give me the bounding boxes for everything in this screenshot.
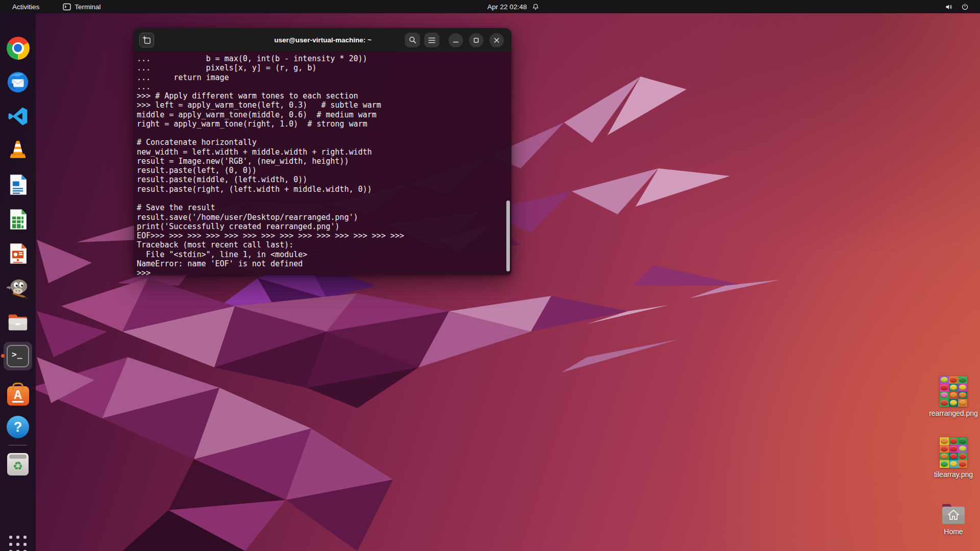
libreoffice-writer-icon <box>6 173 30 196</box>
dock-item-libreoffice-impress[interactable] <box>5 241 31 266</box>
dock-item-chrome[interactable] <box>5 35 31 61</box>
vscode-icon <box>6 105 30 128</box>
maximize-icon <box>473 37 479 43</box>
power-icon <box>961 3 969 11</box>
dock-item-vscode[interactable] <box>5 104 31 129</box>
minimize-icon <box>453 37 459 43</box>
new-tab-button[interactable] <box>139 33 154 47</box>
close-button[interactable] <box>489 33 504 47</box>
close-icon <box>494 37 500 43</box>
chrome-icon <box>7 37 30 60</box>
terminal-icon: >_ <box>7 345 29 367</box>
libreoffice-impress-icon <box>6 242 30 265</box>
activities-button[interactable]: Activities <box>7 2 44 12</box>
dock-running-indicator <box>1 354 5 358</box>
minimize-button[interactable] <box>449 33 463 47</box>
vlc-icon <box>6 139 30 162</box>
volume-icon <box>944 3 953 11</box>
desktop-icon-home[interactable]: Home <box>925 502 980 536</box>
dock-item-gimp[interactable] <box>5 275 31 300</box>
activities-label: Activities <box>12 3 39 11</box>
files-icon <box>6 311 30 334</box>
show-applications-icon <box>9 536 27 551</box>
desktop-icon-tilearray-png[interactable]: tilearray.png <box>925 437 980 479</box>
desktop-icon-label: tilearray.png <box>934 470 973 479</box>
notification-bell-icon <box>532 3 540 11</box>
rearranged-png-thumbnail <box>940 376 967 407</box>
dock: >_ A ? ♻ <box>0 13 36 551</box>
dock-item-help[interactable]: ? <box>5 414 31 440</box>
search-button[interactable] <box>405 33 420 47</box>
trash-icon: ♻ <box>7 453 29 475</box>
maximize-button[interactable] <box>469 33 483 47</box>
dock-item-libreoffice-calc[interactable] <box>5 207 31 232</box>
tilearray-png-thumbnail <box>940 437 967 468</box>
terminal-content[interactable]: ... b = max(0, int(b - intensity * 20)) … <box>134 52 511 275</box>
dock-item-trash[interactable]: ♻ <box>5 452 31 477</box>
search-icon <box>409 36 416 44</box>
hamburger-menu-icon <box>428 37 435 43</box>
desktop-icon-rearranged-png[interactable]: rearranged.png <box>925 376 980 417</box>
system-status-menu[interactable] <box>939 2 974 12</box>
terminal-output: ... b = max(0, int(b - intensity * 20)) … <box>134 52 511 275</box>
terminal-titlebar[interactable]: user@user-virtual-machine: ~ <box>134 28 511 52</box>
libreoffice-calc-icon <box>6 208 30 231</box>
dock-item-vlc[interactable] <box>5 138 31 163</box>
terminal-window: user@user-virtual-machine: ~ <box>134 28 511 275</box>
thunderbird-icon <box>6 70 30 94</box>
dock-item-show-applications[interactable] <box>5 532 31 551</box>
dock-item-terminal[interactable]: >_ <box>5 343 31 369</box>
dock-item-thunderbird[interactable] <box>5 69 31 95</box>
clock-label: Apr 22 02:48 <box>487 3 527 11</box>
dock-item-libreoffice-writer[interactable] <box>5 172 31 197</box>
gimp-icon <box>6 276 30 299</box>
help-icon: ? <box>7 416 29 438</box>
menu-button[interactable] <box>424 33 439 47</box>
top-bar: Activities Terminal Apr 22 02:48 <box>0 0 980 13</box>
home-folder-icon <box>940 502 967 525</box>
desktop-icon-label: Home <box>944 528 963 536</box>
terminal-app-icon <box>63 3 71 11</box>
dock-item-files[interactable] <box>5 310 31 335</box>
clock-menu[interactable]: Apr 22 02:48 <box>481 2 546 12</box>
ubuntu-software-icon: A <box>7 386 29 406</box>
dock-divider <box>9 445 27 445</box>
focused-app-label: Terminal <box>75 3 101 11</box>
dock-item-ubuntu-software[interactable]: A <box>5 381 31 407</box>
desktop-icon-label: rearranged.png <box>929 409 978 417</box>
focused-app-menu[interactable]: Terminal <box>58 2 106 12</box>
terminal-scrollbar[interactable] <box>506 201 510 271</box>
new-tab-icon <box>142 36 151 44</box>
